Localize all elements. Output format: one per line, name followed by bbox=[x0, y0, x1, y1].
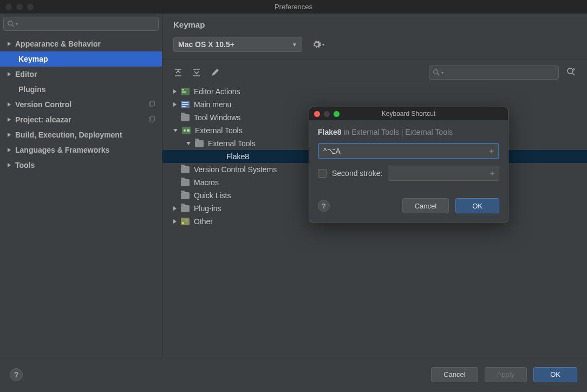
second-stroke-checkbox[interactable] bbox=[318, 169, 327, 178]
plus-icon[interactable]: + bbox=[490, 169, 494, 178]
sidebar-item-build[interactable]: Build, Execution, Deployment bbox=[0, 127, 162, 142]
dialog-titlebar: Keyboard Shortcut bbox=[309, 107, 508, 120]
action-search[interactable]: ▾ bbox=[429, 66, 559, 80]
svg-point-20 bbox=[182, 222, 184, 224]
tree-label: Quick Lists bbox=[194, 191, 231, 200]
collapse-all-icon[interactable] bbox=[192, 68, 201, 77]
sidebar-label: Version Control bbox=[15, 100, 71, 109]
svg-point-21 bbox=[185, 219, 187, 221]
gear-icon bbox=[312, 40, 322, 49]
svg-point-8 bbox=[568, 68, 573, 74]
combo-value: Mac OS X 10.5+ bbox=[178, 40, 234, 49]
second-stroke-input[interactable]: + bbox=[388, 166, 499, 181]
project-badge-icon bbox=[148, 101, 155, 108]
project-badge-icon bbox=[148, 116, 155, 123]
tree-row[interactable]: Editor Actions bbox=[162, 85, 587, 98]
svg-rect-10 bbox=[182, 89, 184, 90]
dialog-help-button[interactable]: ? bbox=[318, 200, 330, 212]
actions-icon bbox=[181, 88, 190, 95]
tree-label: External Tools bbox=[195, 126, 243, 135]
sidebar-item-vcs[interactable]: Version Control bbox=[0, 97, 162, 112]
svg-point-17 bbox=[184, 129, 186, 132]
sidebar: ▾ Appearance & Behavior Keymap Editor Pl… bbox=[0, 14, 162, 357]
btn-label: OK bbox=[550, 370, 560, 378]
edit-icon[interactable] bbox=[210, 68, 220, 77]
tree-label: Version Control Systems bbox=[194, 165, 277, 174]
menu-icon bbox=[181, 101, 190, 108]
keyboard-shortcut-dialog: Keyboard Shortcut Flake8 in External Too… bbox=[309, 107, 508, 223]
tree-label: Main menu bbox=[194, 100, 231, 109]
sidebar-label: Languages & Frameworks bbox=[15, 146, 109, 154]
btn-label: OK bbox=[472, 202, 482, 210]
other-icon bbox=[181, 218, 190, 225]
tree-label: Plug-ins bbox=[194, 204, 221, 213]
dialog-title: Keyboard Shortcut bbox=[309, 110, 508, 117]
tree-label: Editor Actions bbox=[194, 87, 240, 96]
action-name: Flake8 bbox=[318, 128, 342, 136]
svg-rect-13 bbox=[182, 102, 188, 103]
chevron-down-icon: ▼ bbox=[292, 42, 297, 48]
settings-search[interactable]: ▾ bbox=[3, 17, 159, 31]
search-icon bbox=[433, 69, 440, 76]
folder-icon bbox=[181, 166, 190, 173]
tree-label: External Tools bbox=[208, 139, 256, 148]
help-button[interactable]: ? bbox=[10, 368, 23, 381]
svg-rect-15 bbox=[182, 106, 186, 107]
sidebar-item-appearance[interactable]: Appearance & Behavior bbox=[0, 36, 162, 51]
sidebar-item-editor[interactable]: Editor bbox=[0, 67, 162, 82]
svg-point-0 bbox=[8, 21, 12, 25]
svg-rect-14 bbox=[182, 104, 188, 105]
svg-rect-19 bbox=[181, 218, 190, 225]
sidebar-label: Tools bbox=[15, 161, 35, 169]
sidebar-label: Plugins bbox=[18, 85, 46, 94]
svg-point-6 bbox=[434, 70, 438, 74]
folder-icon bbox=[181, 192, 190, 199]
sidebar-item-languages[interactable]: Languages & Frameworks bbox=[0, 142, 162, 158]
svg-rect-18 bbox=[187, 129, 190, 132]
expand-all-icon[interactable] bbox=[173, 68, 183, 77]
apply-button[interactable]: Apply bbox=[485, 367, 527, 382]
btn-label: Cancel bbox=[443, 370, 465, 378]
footer: ? Cancel Apply OK bbox=[0, 357, 587, 391]
second-stroke-label: Second stroke: bbox=[332, 169, 382, 178]
first-stroke-input[interactable]: ^⌥A + bbox=[318, 143, 499, 159]
svg-line-1 bbox=[12, 25, 14, 27]
sidebar-label: Editor bbox=[15, 70, 37, 79]
sidebar-item-plugins[interactable]: Plugins bbox=[0, 82, 162, 97]
sidebar-item-tools[interactable]: Tools bbox=[0, 158, 162, 173]
folder-icon bbox=[181, 179, 190, 186]
dialog-path: Flake8 in External Tools | External Tool… bbox=[318, 128, 499, 136]
tools-icon bbox=[182, 127, 191, 134]
folder-icon bbox=[195, 140, 204, 147]
sidebar-label: Build, Execution, Deployment bbox=[15, 130, 122, 139]
cancel-button[interactable]: Cancel bbox=[431, 367, 478, 382]
folder-icon bbox=[181, 205, 190, 212]
sidebar-label: Appearance & Behavior bbox=[15, 40, 101, 48]
ok-button[interactable]: OK bbox=[533, 367, 577, 382]
keymap-scheme-combo[interactable]: Mac OS X 10.5+ ▼ bbox=[173, 37, 302, 52]
tree-label: Tool Windows bbox=[194, 113, 240, 122]
plus-icon[interactable]: + bbox=[490, 147, 494, 155]
chevron-down-icon: ▾ bbox=[441, 70, 443, 75]
folder-icon bbox=[181, 114, 190, 121]
action-path: in External Tools | External Tools bbox=[342, 128, 453, 136]
svg-rect-5 bbox=[151, 116, 154, 121]
sidebar-label: Keymap bbox=[18, 55, 48, 63]
sidebar-item-project[interactable]: Project: alcazar bbox=[0, 112, 162, 127]
dialog-cancel-button[interactable]: Cancel bbox=[402, 198, 449, 213]
sidebar-item-keymap[interactable]: Keymap bbox=[0, 51, 162, 67]
keymap-settings-gear[interactable]: ▾ bbox=[312, 40, 324, 49]
titlebar: Preferences bbox=[0, 0, 587, 14]
tree-label: Flake8 bbox=[226, 152, 249, 161]
tree-label: Macros bbox=[194, 178, 219, 187]
dialog-ok-button[interactable]: OK bbox=[455, 198, 499, 213]
find-shortcut-icon bbox=[566, 67, 576, 77]
tree-label: Other bbox=[194, 217, 213, 226]
chevron-down-icon: ▾ bbox=[16, 22, 18, 27]
search-icon bbox=[7, 20, 15, 28]
btn-label: Apply bbox=[497, 370, 515, 378]
shortcut-value: ^⌥A bbox=[323, 147, 341, 155]
page-title: Keymap bbox=[162, 14, 587, 35]
svg-rect-11 bbox=[182, 92, 186, 93]
find-by-shortcut[interactable] bbox=[566, 67, 576, 79]
